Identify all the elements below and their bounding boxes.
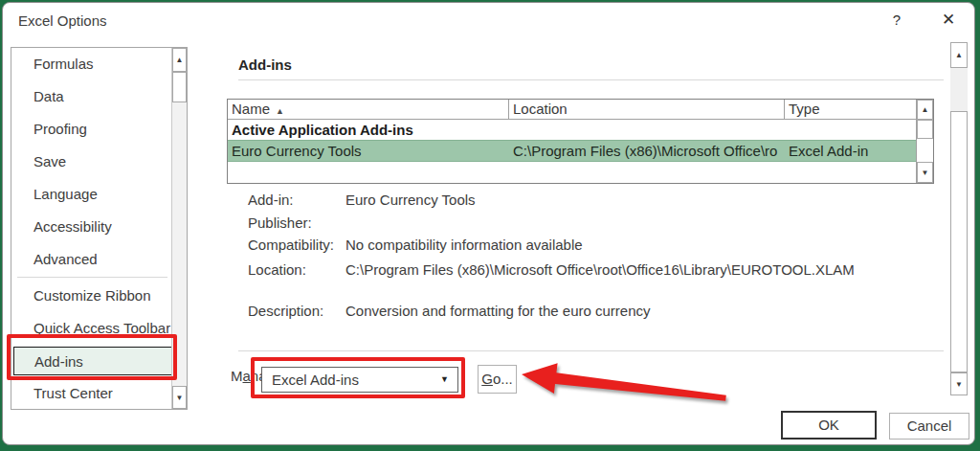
- scroll-down-icon[interactable]: ▼: [950, 372, 968, 395]
- detail-value: Conversion and formatting for the euro c…: [345, 302, 651, 321]
- detail-label: Description:: [248, 302, 345, 321]
- detail-label: Location:: [248, 260, 345, 280]
- detail-label: Add-in:: [248, 191, 345, 210]
- detail-label: Compatibility:: [248, 236, 345, 255]
- annotation-arrow: [516, 359, 738, 407]
- go-button[interactable]: Go...: [478, 365, 517, 394]
- manage-label-prefix: M: [231, 368, 243, 384]
- scroll-up-icon[interactable]: ▲: [950, 42, 968, 68]
- sidebar-item-trust-center[interactable]: Trust Center: [11, 377, 187, 410]
- column-header-name-label: Name: [232, 101, 270, 117]
- scroll-down-icon[interactable]: ▼: [172, 386, 187, 409]
- go-button-suffix: o...: [493, 371, 513, 387]
- table-row-euro-currency-tools[interactable]: Euro Currency Tools C:\Program Files (x8…: [228, 140, 916, 162]
- detail-value: Euro Currency Tools: [345, 191, 476, 210]
- cell-type: Excel Add-in: [785, 141, 916, 161]
- column-header-type[interactable]: Type: [785, 100, 916, 120]
- table-group-row: Active Application Add-ins: [228, 120, 916, 140]
- sidebar-item-formulas[interactable]: Formulas: [11, 48, 187, 80]
- detail-value: No compatibility information available: [345, 236, 583, 255]
- sidebar-scrollbar[interactable]: ▲ ▼: [171, 48, 187, 409]
- cancel-button[interactable]: Cancel: [889, 413, 969, 440]
- sort-ascending-icon: ▲: [276, 106, 284, 116]
- sidebar-item-save[interactable]: Save: [11, 146, 187, 178]
- add-ins-table: Name▲ Location Type Active Application A…: [227, 99, 934, 184]
- detail-row-addin: Add-in: Euro Currency Tools: [248, 191, 476, 210]
- scroll-down-icon[interactable]: ▼: [917, 162, 933, 183]
- manage-label-accel: a: [243, 368, 251, 384]
- sidebar-scrollbar-thumb[interactable]: [172, 72, 187, 102]
- go-button-accel: G: [481, 371, 493, 387]
- scroll-up-icon[interactable]: ▲: [917, 100, 933, 120]
- column-header-name[interactable]: Name▲: [228, 100, 509, 120]
- help-icon[interactable]: ?: [887, 11, 906, 30]
- excel-options-dialog: Excel Options ? ✕ Formulas Data Proofing…: [2, 2, 975, 445]
- detail-value: C:\Program Files (x86)\Microsoft Office\…: [345, 260, 855, 280]
- table-header-row: Name▲ Location Type: [228, 100, 916, 120]
- sidebar-item-proofing[interactable]: Proofing: [11, 113, 187, 146]
- manage-dropdown[interactable]: Excel Add-ins ▼: [261, 367, 458, 393]
- table-scrollbar[interactable]: ▲ ▼: [916, 100, 933, 183]
- sidebar-item-accessibility[interactable]: Accessibility: [11, 211, 187, 243]
- sidebar-item-language[interactable]: Language: [11, 178, 187, 211]
- detail-row-compatibility: Compatibility: No compatibility informat…: [248, 236, 583, 255]
- scroll-up-icon[interactable]: ▲: [172, 48, 187, 72]
- dialog-scrollbar-thumb[interactable]: [950, 111, 968, 372]
- manage-dropdown-value: Excel Add-ins: [272, 372, 359, 388]
- detail-row-location: Location: C:\Program Files (x86)\Microso…: [248, 260, 855, 280]
- sidebar-item-add-ins[interactable]: Add-ins: [13, 347, 172, 375]
- dialog-scrollbar[interactable]: ▲ ▼: [950, 42, 968, 395]
- close-icon[interactable]: ✕: [937, 9, 960, 32]
- table-scrollbar-thumb[interactable]: [917, 120, 933, 139]
- page-title: Add-ins: [238, 56, 292, 73]
- sidebar-item-customize-ribbon[interactable]: Customize Ribbon: [11, 280, 187, 312]
- detail-row-publisher: Publisher:: [248, 214, 345, 233]
- chevron-down-icon: ▼: [440, 368, 449, 392]
- cell-name: Euro Currency Tools: [228, 141, 509, 161]
- column-header-location[interactable]: Location: [509, 100, 785, 120]
- ok-button[interactable]: OK: [781, 411, 877, 440]
- manage-divider: [238, 350, 944, 351]
- sidebar-item-quick-access-toolbar[interactable]: Quick Access Toolbar: [11, 312, 187, 345]
- sidebar-divider: [11, 276, 187, 280]
- category-list: Formulas Data Proofing Save Language Acc…: [11, 47, 188, 410]
- detail-row-description: Description: Conversion and formatting f…: [248, 302, 651, 321]
- detail-label: Publisher:: [248, 214, 345, 233]
- heading-divider: [238, 79, 944, 80]
- cell-location: C:\Program Files (x86)\Microsoft Office\…: [509, 141, 785, 161]
- sidebar-item-data[interactable]: Data: [11, 80, 187, 113]
- sidebar-item-advanced[interactable]: Advanced: [11, 243, 187, 276]
- dialog-title: Excel Options: [18, 12, 107, 29]
